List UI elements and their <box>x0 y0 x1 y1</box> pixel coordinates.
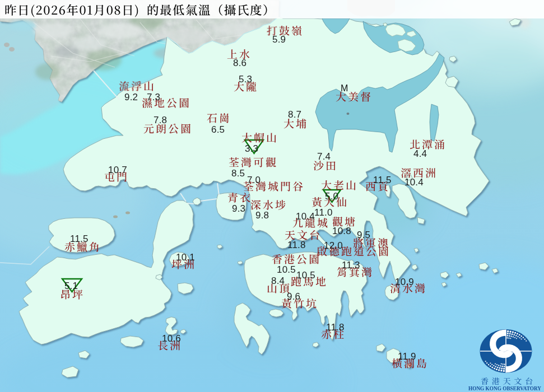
svg-text:10.5: 10.5 <box>277 264 296 275</box>
svg-text:9.8: 9.8 <box>255 210 269 221</box>
svg-text:7.8: 7.8 <box>154 115 167 125</box>
svg-text:10.7: 10.7 <box>108 165 127 175</box>
svg-text:8.6: 8.6 <box>233 58 247 68</box>
svg-text:10.8: 10.8 <box>332 226 351 236</box>
svg-text:5.1: 5.1 <box>64 281 78 291</box>
svg-text:11.8: 11.8 <box>326 322 345 333</box>
svg-text:11.3: 11.3 <box>342 260 360 270</box>
svg-text:9.3: 9.3 <box>232 203 245 214</box>
svg-text:5.0: 5.0 <box>325 191 338 202</box>
svg-text:6.5: 6.5 <box>211 124 225 135</box>
svg-text:11.0: 11.0 <box>314 207 333 218</box>
svg-text:HONG KONG OBSERVATORY: HONG KONG OBSERVATORY <box>468 385 541 391</box>
svg-text:10.1: 10.1 <box>176 252 195 263</box>
svg-text:8.7: 8.7 <box>288 109 301 120</box>
svg-text:10.9: 10.9 <box>395 277 414 287</box>
svg-text:M: M <box>341 83 348 93</box>
svg-text:3.3: 3.3 <box>245 143 258 154</box>
svg-text:5.3: 5.3 <box>239 74 252 85</box>
svg-text:5.9: 5.9 <box>272 34 286 45</box>
svg-text:11.9: 11.9 <box>398 351 416 362</box>
svg-text:9.5: 9.5 <box>357 230 370 240</box>
svg-text:9.6: 9.6 <box>287 291 300 302</box>
svg-text:8.5: 8.5 <box>231 168 245 179</box>
svg-text:7.0: 7.0 <box>247 175 261 185</box>
svg-text:8.4: 8.4 <box>271 276 285 286</box>
svg-text:10.4: 10.4 <box>296 211 315 222</box>
svg-text:9.2: 9.2 <box>124 92 138 102</box>
svg-text:7.3: 7.3 <box>147 92 160 102</box>
svg-text:12.0: 12.0 <box>324 240 343 251</box>
svg-text:10.4: 10.4 <box>404 177 424 188</box>
svg-text:7.4: 7.4 <box>317 151 331 162</box>
svg-text:4.4: 4.4 <box>413 148 427 159</box>
svg-text:11.5: 11.5 <box>70 234 89 244</box>
svg-text:11.5: 11.5 <box>373 175 392 185</box>
svg-text:10.6: 10.6 <box>162 333 181 344</box>
svg-text:11.8: 11.8 <box>287 240 306 250</box>
svg-text:10.5: 10.5 <box>296 270 315 281</box>
